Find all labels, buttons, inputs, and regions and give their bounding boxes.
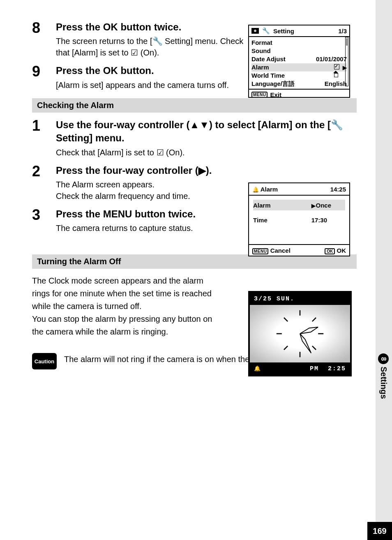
svg-line-7 — [312, 346, 316, 350]
lcd-clock: 14:25 — [330, 186, 346, 193]
alarm-title: Alarm — [261, 186, 278, 193]
menu-button-tag: MENU — [251, 92, 267, 98]
lcd-scrollbar[interactable] — [345, 37, 348, 86]
step-description: The screen returns to the [🔧 Setting] me… — [56, 35, 250, 58]
clock-date-bar: 3/25 SUN. — [250, 293, 350, 305]
subheading-turning-off: Turning the Alarm Off — [32, 254, 357, 269]
lcd-alarm-screen: Alarm 14:25 Alarm ▶Once Time 17:30 MENU … — [248, 182, 350, 256]
step-number: 2 — [32, 164, 56, 202]
menu-item-format[interactable]: Format — [251, 39, 347, 47]
lcd-clock-mode: 3/25 SUN. PM 2:25 — [248, 291, 352, 376]
svg-marker-9 — [299, 333, 313, 354]
svg-marker-8 — [299, 325, 319, 336]
ok-action[interactable]: OK OK — [325, 247, 346, 254]
step-number: 1 — [32, 118, 56, 158]
svg-line-4 — [284, 318, 288, 321]
page-gutter — [376, 0, 392, 522]
menu-item-world-time[interactable]: World Time — [251, 72, 347, 80]
svg-line-6 — [284, 346, 288, 350]
caution-badge-icon: Caution — [32, 353, 57, 369]
analog-clock-face — [250, 305, 350, 362]
manual-page: 169 8 Settings 8 Press the OK button twi… — [0, 0, 392, 540]
step-title: Use the four-way controller (▲▼) to sele… — [56, 118, 348, 145]
chapter-tab: 8 Settings — [378, 353, 389, 399]
lcd-titlebar: Alarm 14:25 — [249, 183, 349, 196]
lcd-title: Setting — [273, 28, 294, 35]
step-description: The camera returns to capture status. — [56, 222, 250, 234]
step-number: 8 — [32, 21, 56, 58]
menu-item-date-adjust[interactable]: Date Adjust01/01/2007 — [251, 55, 347, 63]
alarm-frequency-row[interactable]: Alarm ▶Once — [253, 200, 345, 210]
camera-mode-icon — [251, 28, 259, 34]
subheading-checking-alarm: Checking the Alarm — [32, 98, 357, 113]
lcd-setting-menu: 🔧 Setting 1/3 Format Sound Date Adjust01… — [248, 25, 350, 98]
chevron-right-icon: ▶ — [311, 203, 316, 209]
menu-item-alarm[interactable]: Alarm ▶ — [251, 63, 347, 72]
exit-label: Exit — [270, 91, 281, 98]
home-icon — [333, 73, 339, 78]
menu-item-language[interactable]: Language/言語English — [251, 80, 347, 88]
lcd-titlebar: 🔧 Setting 1/3 — [249, 25, 349, 37]
ok-button-tag: OK — [325, 248, 335, 254]
menu-item-sound[interactable]: Sound — [251, 47, 347, 55]
bell-icon — [252, 186, 259, 193]
page-number: 169 — [367, 522, 392, 540]
step-description: Check that [Alarm] is set to ☑ (On). — [56, 147, 348, 158]
scrollbar-thumb[interactable] — [346, 38, 348, 46]
step-check-1: 1 Use the four-way controller (▲▼) to se… — [32, 118, 357, 158]
chapter-label: Settings — [379, 367, 388, 399]
step-title: Press the four-way controller (▶). — [56, 164, 250, 177]
step-title: Press the MENU button twice. — [56, 208, 250, 221]
wrench-icon: 🔧 — [262, 27, 270, 35]
lcd-page-indicator: 1/3 — [338, 28, 347, 35]
step-description: [Alarm is set] appears and the camera tu… — [56, 79, 250, 91]
clock-time-bar: PM 2:25 — [250, 362, 350, 375]
cancel-action[interactable]: MENU Cancel — [252, 247, 291, 254]
lcd-exit-bar[interactable]: MENU Exit — [249, 89, 349, 99]
lcd-footer: MENU Cancel OK OK — [249, 244, 349, 256]
bell-icon — [254, 365, 261, 372]
step-number: 9 — [32, 64, 56, 90]
step-title: Press the OK button twice. — [56, 21, 250, 34]
checkbox-on-icon — [334, 64, 339, 69]
svg-line-5 — [312, 318, 316, 321]
alarm-time-row[interactable]: Time 17:30 — [253, 215, 345, 225]
lcd-rows: Format Sound Date Adjust01/01/2007 Alarm… — [249, 37, 349, 89]
menu-button-tag: MENU — [252, 248, 268, 254]
chapter-number-badge: 8 — [378, 353, 389, 364]
step-description: The Alarm screen appears. Check the alar… — [56, 179, 250, 202]
step-title: Press the OK button. — [56, 64, 250, 77]
step-number: 3 — [32, 208, 56, 234]
